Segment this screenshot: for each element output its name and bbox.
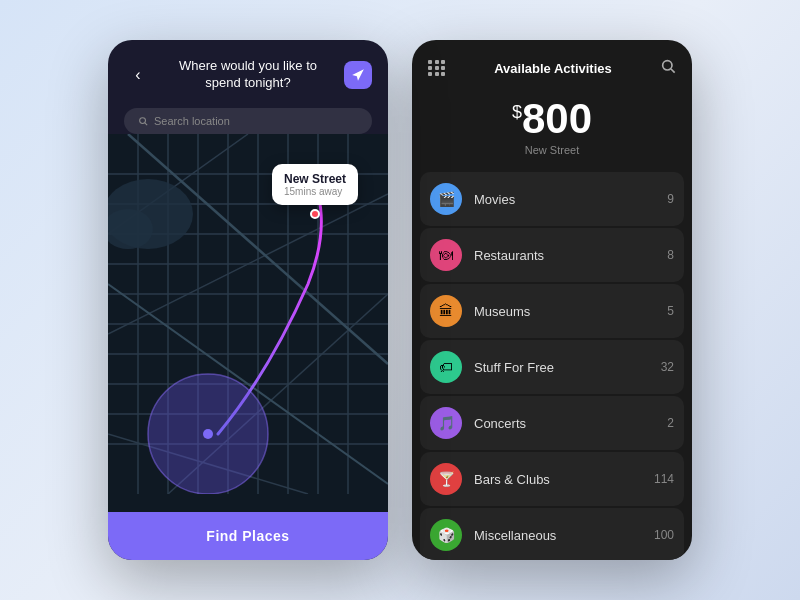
svg-point-32: [663, 61, 672, 70]
back-button[interactable]: ‹: [124, 61, 152, 89]
left-header: ‹ Where would you like to spend tonight?: [108, 40, 388, 104]
popup-subtitle: 15mins away: [284, 186, 346, 197]
activity-icon: 🏷: [430, 351, 462, 383]
grid-dot: [428, 66, 432, 70]
activity-name: Museums: [474, 304, 667, 319]
search-button[interactable]: [660, 58, 676, 78]
right-header-title: Available Activities: [494, 61, 612, 76]
activity-icon: 🎵: [430, 407, 462, 439]
map-popup: New Street 15mins away: [272, 164, 358, 205]
activity-item[interactable]: 🏛 Museums 5: [420, 284, 684, 338]
grid-dot: [441, 66, 445, 70]
currency-symbol: $: [512, 102, 522, 122]
activity-item[interactable]: 🎬 Movies 9: [420, 172, 684, 226]
grid-dot: [435, 72, 439, 76]
search-bar[interactable]: Search location: [124, 108, 372, 134]
map-background: New Street 15mins away: [108, 134, 388, 512]
grid-dot: [435, 66, 439, 70]
search-icon: [660, 58, 676, 74]
activity-icon: 🎲: [430, 519, 462, 551]
activity-count: 32: [661, 360, 674, 374]
left-panel: ‹ Where would you like to spend tonight?…: [108, 40, 388, 560]
svg-line-1: [145, 123, 147, 125]
grid-dot: [428, 72, 432, 76]
search-placeholder: Search location: [154, 115, 230, 127]
amount-number: 800: [522, 95, 592, 142]
svg-line-33: [671, 69, 675, 73]
activity-item[interactable]: 🎲 Miscellaneous 100: [420, 508, 684, 560]
activity-count: 5: [667, 304, 674, 318]
activity-count: 114: [654, 472, 674, 486]
grid-menu-button[interactable]: [428, 60, 446, 76]
activity-name: Movies: [474, 192, 667, 207]
grid-dot: [435, 60, 439, 64]
search-icon: [138, 116, 148, 126]
activity-name: Stuff For Free: [474, 360, 661, 375]
find-places-button[interactable]: Find Places: [108, 512, 388, 560]
activity-name: Bars & Clubs: [474, 472, 654, 487]
activity-count: 100: [654, 528, 674, 542]
activity-icon: 🍽: [430, 239, 462, 271]
activity-item[interactable]: 🏷 Stuff For Free 32: [420, 340, 684, 394]
activity-icon: 🍸: [430, 463, 462, 495]
right-header: Available Activities: [412, 40, 692, 88]
popup-dot: [310, 209, 320, 219]
activity-name: Concerts: [474, 416, 667, 431]
activity-list: 🎬 Movies 9 🍽 Restaurants 8 🏛 Museums 5 🏷…: [412, 172, 692, 560]
grid-dot: [441, 72, 445, 76]
grid-dot: [428, 60, 432, 64]
svg-point-0: [140, 117, 146, 123]
activity-count: 2: [667, 416, 674, 430]
amount-section: $800 New Street: [412, 88, 692, 172]
activity-count: 9: [667, 192, 674, 206]
amount-value: $800: [412, 98, 692, 140]
activity-icon: 🎬: [430, 183, 462, 215]
activity-icon: 🏛: [430, 295, 462, 327]
left-header-title: Where would you like to spend tonight?: [152, 58, 344, 92]
activity-count: 8: [667, 248, 674, 262]
svg-point-29: [203, 429, 213, 439]
activity-item[interactable]: 🎵 Concerts 2: [420, 396, 684, 450]
map-area: New Street 15mins away: [108, 134, 388, 512]
right-panel: Available Activities $800 New Street 🎬 M…: [412, 40, 692, 560]
activity-name: Miscellaneous: [474, 528, 654, 543]
amount-location: New Street: [412, 144, 692, 156]
activity-name: Restaurants: [474, 248, 667, 263]
grid-dot: [441, 60, 445, 64]
activity-item[interactable]: 🍸 Bars & Clubs 114: [420, 452, 684, 506]
popup-title: New Street: [284, 172, 346, 186]
location-button[interactable]: [344, 61, 372, 89]
navigation-icon: [351, 68, 365, 82]
activity-item[interactable]: 🍽 Restaurants 8: [420, 228, 684, 282]
